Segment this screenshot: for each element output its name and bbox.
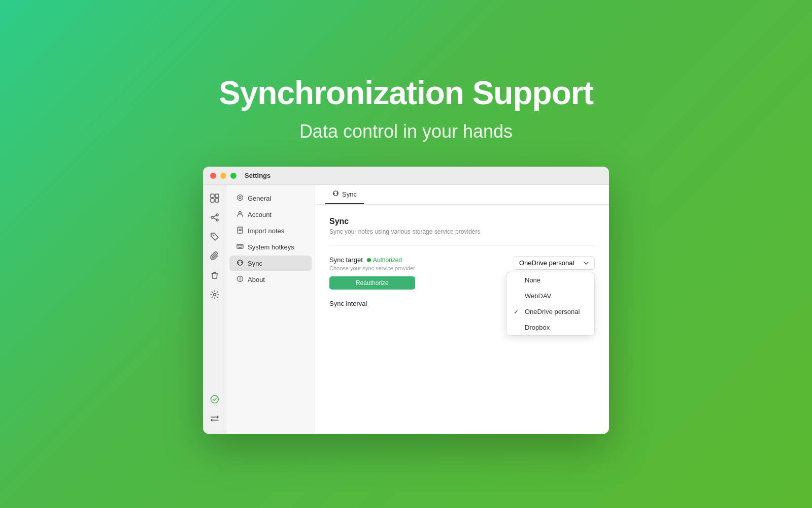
sync-provider-dropdown-menu: None WebDAV ✓ OneDrive personal [506, 272, 595, 336]
hotkeys-icon [236, 243, 244, 251]
dropdown-option-dropbox[interactable]: Dropbox [506, 320, 594, 335]
dropdown-label-onedrive: OneDrive personal [525, 308, 580, 315]
svg-rect-18 [237, 244, 243, 248]
svg-rect-15 [238, 227, 243, 233]
sync-interval-label: Sync interval [329, 300, 367, 307]
svg-rect-1 [215, 194, 219, 198]
hero-subtitle: Data control in your hands [299, 121, 513, 142]
dropdown-option-onedrive[interactable]: ✓ OneDrive personal [506, 304, 594, 320]
app-body: General Account Import notes System hotk… [203, 185, 609, 434]
tab-sync-icon [332, 190, 339, 198]
sidebar-icon-trash[interactable] [207, 267, 223, 283]
svg-point-4 [216, 214, 218, 216]
sync-provider-selected: OneDrive personal [519, 259, 574, 267]
nav-label-general: General [248, 195, 271, 202]
nav-label-account: Account [248, 211, 272, 218]
svg-rect-3 [215, 199, 219, 202]
dropdown-label-webdav: WebDAV [525, 292, 551, 300]
svg-point-13 [239, 197, 241, 199]
svg-line-7 [213, 215, 216, 217]
sync-target-sublabel: Choose your sync service provider [329, 265, 415, 271]
nav-label-import-notes: Import notes [248, 227, 284, 235]
tab-sync[interactable]: Sync [325, 185, 364, 204]
authorized-dot [367, 258, 371, 262]
tab-sync-label: Sync [342, 190, 357, 198]
sync-provider-dropdown-container: OneDrive personal None [514, 256, 595, 270]
main-content: Sync Sync Sync your notes using various … [315, 185, 609, 434]
check-onedrive: ✓ [514, 308, 521, 315]
nav-label-sync: Sync [248, 260, 262, 267]
account-icon [236, 210, 244, 219]
dropdown-label-dropbox: Dropbox [525, 324, 550, 331]
nav-item-import-notes[interactable]: Import notes [229, 223, 312, 239]
dropdown-label-none: None [525, 276, 540, 284]
settings-nav: General Account Import notes System hotk… [226, 185, 315, 434]
sync-target-row: Sync target Authorized Choose your sync … [329, 256, 595, 290]
sync-target-label: Sync target Authorized [329, 256, 415, 264]
svg-point-12 [238, 195, 243, 201]
content-area: Sync Sync your notes using various stora… [315, 205, 609, 434]
nav-item-account[interactable]: Account [229, 207, 312, 223]
sidebar-icon-share[interactable] [207, 209, 223, 226]
title-bar: Settings [203, 167, 609, 185]
chevron-down-icon [583, 260, 589, 266]
svg-line-8 [213, 218, 216, 219]
svg-point-25 [240, 277, 241, 278]
svg-point-11 [211, 396, 218, 403]
window-title: Settings [245, 172, 270, 179]
reauthorize-button[interactable]: Reauthorize [329, 276, 415, 290]
sidebar-icon-gear[interactable] [207, 287, 223, 303]
sync-provider-dropdown-trigger[interactable]: OneDrive personal [514, 256, 595, 270]
sync-nav-icon [236, 259, 244, 268]
nav-item-general[interactable]: General [229, 190, 312, 206]
svg-point-9 [212, 235, 213, 236]
traffic-light-green[interactable] [230, 173, 236, 179]
dropdown-option-none[interactable]: None [506, 272, 594, 288]
import-notes-icon [236, 227, 244, 235]
svg-rect-2 [211, 199, 214, 202]
sidebar-icon-transfer[interactable] [207, 410, 223, 427]
authorized-badge: Authorized [367, 257, 402, 264]
nav-item-system-hotkeys[interactable]: System hotkeys [229, 239, 312, 255]
divider [329, 245, 595, 246]
about-icon [236, 275, 244, 284]
nav-label-system-hotkeys: System hotkeys [248, 243, 294, 251]
traffic-light-red[interactable] [210, 173, 216, 179]
sidebar-icon-grid[interactable] [207, 190, 223, 206]
nav-item-sync[interactable]: Sync [229, 256, 312, 271]
tab-bar: Sync [315, 185, 609, 205]
svg-point-5 [211, 216, 213, 218]
section-title: Sync [329, 217, 595, 226]
svg-rect-0 [211, 194, 214, 198]
sync-target-label-group: Sync target Authorized Choose your sync … [329, 256, 415, 290]
sidebar-icon-sync-status[interactable] [207, 391, 223, 407]
traffic-light-yellow[interactable] [220, 173, 226, 179]
nav-label-about: About [248, 276, 265, 283]
sidebar-icons-column [203, 185, 226, 434]
general-icon [236, 194, 244, 203]
sidebar-icon-tag[interactable] [207, 229, 223, 245]
svg-point-6 [216, 219, 218, 221]
section-desc: Sync your notes using various storage se… [329, 228, 595, 235]
hero-title: Synchronization Support [219, 74, 593, 112]
sidebar-icons-bottom [207, 391, 223, 434]
dropdown-option-webdav[interactable]: WebDAV [506, 288, 594, 304]
sidebar-icon-attachment[interactable] [207, 248, 223, 264]
svg-point-10 [213, 294, 216, 296]
nav-item-about[interactable]: About [229, 272, 312, 288]
app-window: Settings [203, 167, 609, 434]
